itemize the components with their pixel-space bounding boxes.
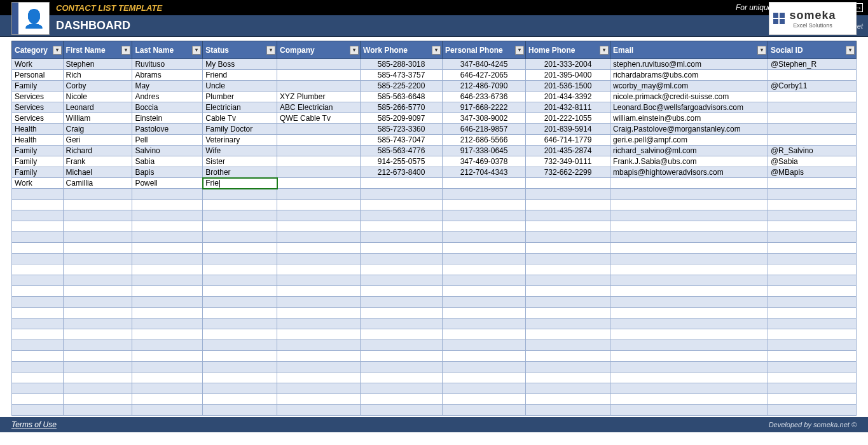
cell-empty[interactable] — [277, 318, 361, 329]
cell-last[interactable]: Powell — [132, 178, 203, 189]
cell-empty[interactable] — [526, 275, 610, 286]
cell-empty[interactable] — [361, 286, 443, 297]
cell-empty[interactable] — [361, 200, 443, 210]
cell-personal[interactable]: 347-469-0378 — [443, 156, 526, 167]
cell-email[interactable]: william.einstein@ubs.com — [610, 113, 768, 124]
cell-empty[interactable] — [203, 297, 277, 308]
cell-empty[interactable] — [12, 232, 64, 243]
table-row[interactable]: PersonalRichAbramsFriend585-473-3757646-… — [12, 70, 857, 81]
cell-email[interactable]: stephen.ruvituso@ml.com — [610, 59, 768, 70]
table-row-empty[interactable] — [12, 373, 857, 383]
cell-last[interactable]: Einstein — [132, 113, 203, 124]
table-row-empty[interactable] — [12, 362, 857, 373]
cell-empty[interactable] — [443, 243, 526, 254]
cell-email[interactable]: Craig.Pastolove@morganstanley.com — [610, 124, 768, 135]
cell-last[interactable]: Andres — [132, 92, 203, 102]
cell-home[interactable]: 201-222-1055 — [526, 113, 610, 124]
cell-empty[interactable] — [203, 286, 277, 297]
cell-empty[interactable] — [132, 221, 203, 232]
cell-empty[interactable] — [526, 394, 610, 405]
cell-empty[interactable] — [132, 297, 203, 308]
column-header-first-name[interactable]: First Name — [63, 41, 132, 59]
cell-company[interactable]: XYZ Plumber — [277, 92, 361, 102]
terms-link[interactable]: Terms of Use — [11, 420, 57, 429]
cell-social[interactable]: @Stephen_R — [768, 59, 856, 70]
cell-first[interactable]: William — [63, 113, 132, 124]
cell-empty[interactable] — [12, 243, 64, 254]
cell-empty[interactable] — [277, 329, 361, 340]
cell-personal[interactable]: 212-686-5566 — [443, 135, 526, 146]
cell-empty[interactable] — [63, 264, 132, 275]
cell-empty[interactable] — [768, 297, 856, 308]
cell-empty[interactable] — [443, 394, 526, 405]
cell-empty[interactable] — [63, 210, 132, 221]
cell-company[interactable] — [277, 146, 361, 156]
cell-category[interactable]: Personal — [12, 70, 64, 81]
cell-email[interactable]: richard_salvino@ml.com — [610, 146, 768, 156]
cell-company[interactable] — [277, 70, 361, 81]
table-row-empty[interactable] — [12, 318, 857, 329]
cell-home[interactable]: 646-714-1779 — [526, 135, 610, 146]
cell-empty[interactable] — [443, 275, 526, 286]
cell-empty[interactable] — [768, 340, 856, 351]
cell-empty[interactable] — [768, 318, 856, 329]
cell-empty[interactable] — [12, 210, 64, 221]
cell-status[interactable]: Wife — [203, 146, 277, 156]
cell-social[interactable] — [768, 113, 856, 124]
cell-category[interactable]: Health — [12, 124, 64, 135]
cell-empty[interactable] — [443, 254, 526, 264]
cell-empty[interactable] — [63, 329, 132, 340]
cell-empty[interactable] — [361, 297, 443, 308]
cell-empty[interactable] — [610, 210, 768, 221]
cell-status[interactable]: My Boss — [203, 59, 277, 70]
cell-empty[interactable] — [203, 243, 277, 254]
table-row[interactable]: FamilyFrankSabiaSister914-255-0575347-46… — [12, 156, 857, 167]
someka-logo[interactable]: someka Excel Solutions — [769, 2, 857, 35]
cell-home[interactable]: 201-434-3392 — [526, 92, 610, 102]
column-header-work-phone[interactable]: Work Phone — [361, 41, 443, 59]
cell-work[interactable]: 585-563-4776 — [361, 146, 443, 156]
cell-empty[interactable] — [277, 243, 361, 254]
cell-work[interactable]: 585-225-2200 — [361, 81, 443, 92]
cell-empty[interactable] — [63, 221, 132, 232]
cell-last[interactable]: Salvino — [132, 146, 203, 156]
cell-empty[interactable] — [768, 254, 856, 264]
cell-empty[interactable] — [12, 254, 64, 264]
cell-empty[interactable] — [277, 264, 361, 275]
cell-empty[interactable] — [526, 318, 610, 329]
table-row[interactable]: ServicesLeonardBocciaElectricianABC Elec… — [12, 102, 857, 113]
cell-empty[interactable] — [526, 340, 610, 351]
cell-work[interactable]: 212-673-8400 — [361, 167, 443, 178]
cell-empty[interactable] — [63, 275, 132, 286]
cell-empty[interactable] — [132, 383, 203, 394]
cell-empty[interactable] — [132, 373, 203, 383]
cell-empty[interactable] — [12, 189, 64, 200]
cell-empty[interactable] — [132, 254, 203, 264]
cell-empty[interactable] — [610, 275, 768, 286]
cell-category[interactable]: Work — [12, 178, 64, 189]
cell-home[interactable]: 732-349-0111 — [526, 156, 610, 167]
cell-home[interactable]: 732-662-2299 — [526, 167, 610, 178]
cell-empty[interactable] — [132, 210, 203, 221]
cell-empty[interactable] — [526, 189, 610, 200]
cell-first[interactable]: Corby — [63, 81, 132, 92]
column-header-status[interactable]: Status — [203, 41, 277, 59]
cell-last[interactable]: Sabia — [132, 156, 203, 167]
cell-empty[interactable] — [277, 232, 361, 243]
cell-empty[interactable] — [361, 405, 443, 416]
cell-empty[interactable] — [443, 351, 526, 362]
cell-last[interactable]: May — [132, 81, 203, 92]
cell-empty[interactable] — [277, 394, 361, 405]
cell-empty[interactable] — [63, 362, 132, 373]
cell-category[interactable]: Family — [12, 81, 64, 92]
cell-category[interactable]: Services — [12, 102, 64, 113]
cell-last[interactable]: Pell — [132, 135, 203, 146]
cell-empty[interactable] — [526, 210, 610, 221]
cell-empty[interactable] — [610, 383, 768, 394]
cell-empty[interactable] — [12, 383, 64, 394]
table-row[interactable]: ServicesNicoleAndresPlumberXYZ Plumber58… — [12, 92, 857, 102]
cell-empty[interactable] — [526, 243, 610, 254]
cell-company[interactable] — [277, 59, 361, 70]
cell-empty[interactable] — [203, 340, 277, 351]
cell-personal[interactable]: 917-338-0645 — [443, 146, 526, 156]
